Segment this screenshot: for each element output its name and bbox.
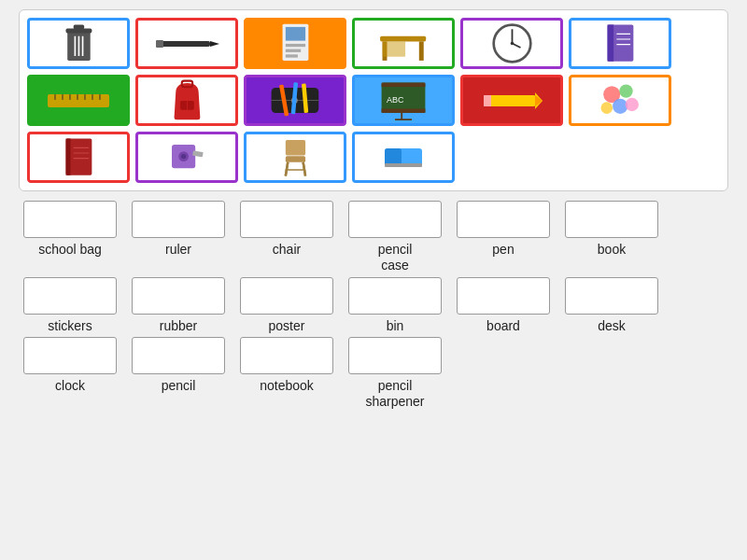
svg-rect-69 xyxy=(285,156,304,162)
svg-rect-77 xyxy=(385,163,422,167)
drop-box-ruler[interactable] xyxy=(132,201,225,238)
pencil-card[interactable] xyxy=(460,75,563,126)
sharpener-card[interactable] xyxy=(135,132,238,183)
drop-box-pencil[interactable] xyxy=(132,337,225,374)
pen-icon xyxy=(154,30,219,58)
desk-icon xyxy=(376,22,430,64)
image-grid: ABC xyxy=(27,18,720,183)
drop-item-pencilcase: pencilcase xyxy=(344,201,446,273)
drop-box-schoolbag[interactable] xyxy=(23,201,117,238)
drop-box-chair[interactable] xyxy=(240,201,333,238)
svg-rect-2 xyxy=(73,24,83,29)
drop-item-pen: pen xyxy=(452,201,555,258)
drop-box-clock[interactable] xyxy=(23,337,117,374)
svg-rect-16 xyxy=(419,41,424,60)
label-notebook: notebook xyxy=(260,378,314,394)
clock-card[interactable] xyxy=(460,18,563,69)
image-section: ABC xyxy=(19,9,728,191)
ruler-icon xyxy=(46,87,111,115)
book-card[interactable] xyxy=(27,132,130,183)
drop-item-board: board xyxy=(452,277,555,334)
board-card[interactable]: ABC xyxy=(352,75,455,126)
notebook-icon xyxy=(601,22,640,64)
svg-rect-14 xyxy=(380,36,426,42)
sharpener-icon xyxy=(163,136,210,178)
drop-row-2: stickers rubber poster bin board desk xyxy=(19,277,728,334)
svg-rect-13 xyxy=(285,54,297,57)
chair-icon xyxy=(276,136,315,178)
svg-rect-6 xyxy=(159,41,210,47)
drop-item-stickers: stickers xyxy=(19,277,121,334)
pencilcase-card[interactable] xyxy=(244,75,346,126)
svg-marker-7 xyxy=(210,41,219,47)
chair-card[interactable] xyxy=(244,132,346,183)
stickers-icon xyxy=(597,79,643,121)
image-row-1 xyxy=(27,18,720,69)
drop-box-bin[interactable] xyxy=(348,277,442,315)
stickers-card[interactable] xyxy=(569,75,671,126)
drop-item-chair: chair xyxy=(235,201,338,258)
image-row-2: ABC xyxy=(27,75,720,126)
svg-rect-45 xyxy=(382,83,426,88)
bin-card[interactable] xyxy=(27,18,130,69)
drop-box-rubber[interactable] xyxy=(132,277,225,315)
svg-text:ABC: ABC xyxy=(387,95,404,105)
svg-rect-68 xyxy=(285,140,304,155)
drop-box-poster[interactable] xyxy=(240,277,333,315)
drop-box-board[interactable] xyxy=(457,277,550,315)
drop-box-pencilcase[interactable] xyxy=(348,201,442,238)
image-row-3 xyxy=(27,132,720,183)
label-clock: clock xyxy=(55,378,85,394)
svg-rect-10 xyxy=(285,27,304,41)
svg-rect-51 xyxy=(484,95,535,106)
label-sharpener: pencilsharpener xyxy=(365,378,424,410)
drop-box-stickers[interactable] xyxy=(23,277,117,315)
pen-card[interactable] xyxy=(135,18,238,69)
drop-item-book: book xyxy=(560,201,663,258)
drop-section: school bag ruler chair pencilcase pen bo… xyxy=(19,201,728,413)
board-icon: ABC xyxy=(378,79,429,121)
schoolbag-icon xyxy=(168,79,206,121)
label-desk: desk xyxy=(598,318,626,334)
pencilcase-icon xyxy=(266,79,324,121)
label-board: board xyxy=(486,318,520,334)
label-rubber: rubber xyxy=(160,318,197,334)
poster-card[interactable] xyxy=(244,18,346,69)
drop-box-sharpener[interactable] xyxy=(348,337,442,374)
svg-point-57 xyxy=(601,102,613,114)
drop-box-desk[interactable] xyxy=(565,277,658,315)
notebook-card[interactable] xyxy=(569,18,671,69)
schoolbag-card[interactable] xyxy=(135,75,238,126)
label-chair: chair xyxy=(273,242,301,258)
drop-row-3: clock pencil notebook pencilsharpener xyxy=(19,337,728,410)
rubber-icon xyxy=(371,141,436,174)
drop-item-poster: poster xyxy=(235,277,338,334)
drop-box-notebook[interactable] xyxy=(240,337,333,374)
poster-icon xyxy=(276,22,315,64)
svg-rect-11 xyxy=(285,44,304,47)
label-poster: poster xyxy=(269,318,305,334)
svg-rect-60 xyxy=(65,138,70,175)
book-icon xyxy=(60,136,98,178)
rubber-card[interactable] xyxy=(352,132,455,183)
drop-item-clock: clock xyxy=(19,337,121,394)
svg-rect-12 xyxy=(285,49,300,52)
pencil-icon xyxy=(479,87,544,115)
label-stickers: stickers xyxy=(48,318,92,334)
ruler-card[interactable] xyxy=(27,75,130,126)
label-bin: bin xyxy=(387,318,404,334)
svg-point-55 xyxy=(620,84,633,97)
drop-box-pen[interactable] xyxy=(457,201,550,238)
drop-item-desk: desk xyxy=(560,277,663,334)
drop-box-book[interactable] xyxy=(565,201,658,238)
drop-item-pencil: pencil xyxy=(127,337,230,394)
svg-rect-17 xyxy=(383,41,406,56)
drop-item-notebook: notebook xyxy=(235,337,338,394)
clock-icon xyxy=(491,22,533,64)
label-pencilcase: pencilcase xyxy=(378,242,413,273)
svg-rect-52 xyxy=(484,95,491,106)
bin-icon xyxy=(60,22,98,64)
desk-card[interactable] xyxy=(352,18,455,69)
drop-row-1: school bag ruler chair pencilcase pen bo… xyxy=(19,201,728,273)
svg-point-58 xyxy=(626,98,639,111)
